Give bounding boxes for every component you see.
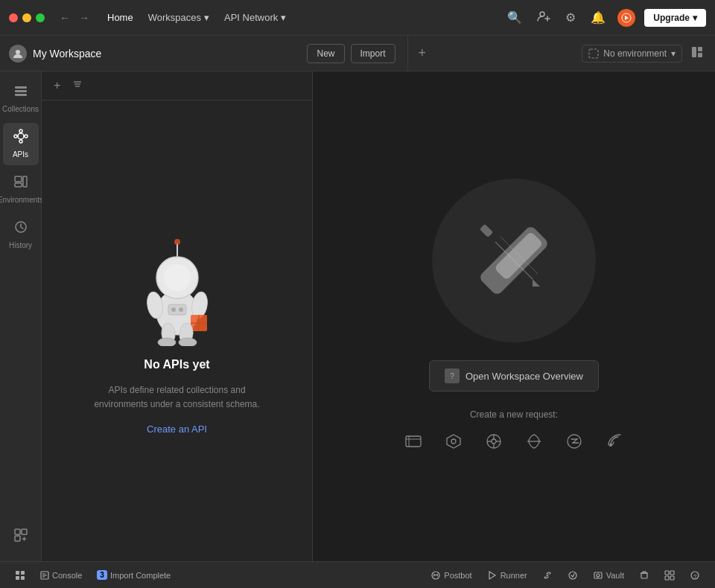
help-icon[interactable]: ? bbox=[684, 567, 706, 584]
close-traffic-light[interactable] bbox=[9, 13, 18, 22]
grid-bottom-icon[interactable] bbox=[658, 567, 681, 584]
upgrade-button[interactable]: Upgrade ▾ bbox=[644, 9, 706, 27]
svg-point-46 bbox=[179, 338, 197, 346]
open-workspace-overview-button[interactable]: ? Open Workspace Overview bbox=[429, 360, 599, 392]
add-tab-button[interactable]: + bbox=[414, 44, 431, 63]
new-request-label: Create a new request: bbox=[470, 409, 558, 420]
history-icon bbox=[13, 220, 28, 238]
svg-rect-70 bbox=[21, 571, 25, 575]
traffic-lights bbox=[9, 13, 45, 22]
svg-rect-91 bbox=[670, 571, 674, 575]
panel-header: + bbox=[42, 71, 312, 100]
collections-label: Collections bbox=[2, 105, 39, 114]
invite-icon[interactable] bbox=[534, 7, 553, 29]
svg-point-61 bbox=[492, 439, 496, 444]
workspaces-nav-item[interactable]: Workspaces ▾ bbox=[142, 9, 215, 26]
settings-icon[interactable]: ⚙ bbox=[562, 7, 579, 28]
panel-toggle-button[interactable] bbox=[688, 43, 706, 63]
svg-rect-8 bbox=[698, 53, 702, 57]
no-apis-title: No APIs yet bbox=[144, 358, 209, 371]
svg-point-37 bbox=[174, 239, 180, 245]
graphql-request-icon[interactable] bbox=[441, 429, 466, 454]
panel-add-button[interactable]: + bbox=[51, 77, 63, 94]
back-button[interactable]: ← bbox=[57, 10, 73, 25]
svg-rect-93 bbox=[670, 576, 674, 580]
runner-label: Runner bbox=[500, 571, 527, 580]
sidebar-bottom bbox=[3, 519, 39, 555]
panel-filter-button[interactable] bbox=[69, 77, 86, 94]
maximize-traffic-light[interactable] bbox=[36, 13, 45, 22]
import-complete-item[interactable]: 3 Import Complete bbox=[91, 567, 177, 583]
sidebar-item-environments[interactable]: Environments bbox=[3, 168, 39, 211]
home-nav-item[interactable]: Home bbox=[101, 9, 139, 26]
svg-point-0 bbox=[540, 12, 544, 16]
minimize-traffic-light[interactable] bbox=[22, 13, 31, 22]
api-network-chevron-icon: ▾ bbox=[281, 12, 286, 23]
vault-item[interactable]: Vault bbox=[587, 567, 630, 584]
search-icon[interactable]: 🔍 bbox=[504, 7, 525, 28]
collections-icon bbox=[13, 83, 28, 102]
svg-rect-69 bbox=[16, 571, 19, 575]
tab-bar: + No environment ▾ bbox=[407, 36, 706, 71]
svg-rect-47 bbox=[168, 304, 186, 315]
import-badge: 3 bbox=[97, 570, 107, 580]
runner-item[interactable]: Runner bbox=[481, 567, 533, 584]
create-api-link[interactable]: Create an API bbox=[147, 424, 207, 435]
sidebar-item-marketplace[interactable] bbox=[3, 522, 39, 552]
forward-button[interactable]: → bbox=[76, 10, 92, 25]
mqtt-request-icon[interactable] bbox=[602, 429, 627, 454]
svg-point-13 bbox=[19, 130, 22, 132]
svg-point-78 bbox=[433, 574, 435, 575]
astronaut-svg bbox=[125, 227, 229, 346]
apis-label: APIs bbox=[13, 150, 28, 159]
svg-rect-55 bbox=[406, 436, 421, 447]
titlebar: ← → Home Workspaces ▾ API Network ▾ 🔍 ⚙ … bbox=[0, 0, 715, 36]
sidebar-item-history[interactable]: History bbox=[3, 214, 39, 256]
upgrade-chevron-icon: ▾ bbox=[693, 13, 697, 23]
new-button[interactable]: New bbox=[307, 44, 344, 63]
http-request-icon[interactable] bbox=[401, 429, 426, 454]
workspace-info: My Workspace bbox=[9, 45, 301, 63]
svg-rect-23 bbox=[23, 176, 27, 187]
svg-point-83 bbox=[597, 574, 600, 577]
import-button[interactable]: Import bbox=[351, 44, 395, 63]
svg-rect-26 bbox=[22, 529, 27, 534]
trash-icon[interactable] bbox=[633, 567, 655, 584]
titlebar-right: 🔍 ⚙ 🔔 Upgrade ▾ bbox=[504, 7, 706, 29]
postbot-label: Postbot bbox=[444, 571, 471, 580]
open-workspace-label: Open Workspace Overview bbox=[465, 371, 583, 382]
bottom-grid-icon[interactable] bbox=[9, 567, 31, 584]
save-icon[interactable] bbox=[562, 567, 584, 584]
svg-rect-86 bbox=[641, 573, 647, 578]
socketio-request-icon[interactable] bbox=[562, 429, 587, 454]
workspace-avatar bbox=[9, 45, 27, 63]
upgrade-label: Upgrade bbox=[653, 13, 690, 23]
link-icon[interactable] bbox=[536, 567, 559, 584]
svg-rect-92 bbox=[665, 576, 669, 580]
console-item[interactable]: Console bbox=[34, 568, 88, 583]
nav-arrows: ← → bbox=[57, 10, 92, 25]
svg-point-16 bbox=[25, 135, 28, 138]
bottom-bar: Console 3 Import Complete Postbot Runner bbox=[0, 561, 715, 588]
panel-content: No APIs yet APIs define related collecti… bbox=[42, 100, 312, 561]
notifications-icon[interactable]: 🔔 bbox=[588, 7, 608, 28]
svg-rect-10 bbox=[15, 90, 27, 92]
workspace-bar: My Workspace New Import + No environment… bbox=[0, 36, 715, 71]
postbot-item[interactable]: Postbot bbox=[425, 567, 477, 584]
sidebar-item-apis[interactable]: APIs bbox=[3, 123, 39, 165]
environments-icon bbox=[13, 174, 28, 193]
workspaces-chevron-icon: ▾ bbox=[204, 12, 209, 23]
svg-point-81 bbox=[569, 572, 576, 579]
sidebar-item-collections[interactable]: Collections bbox=[3, 77, 39, 120]
svg-marker-58 bbox=[447, 435, 460, 448]
environment-selector[interactable]: No environment ▾ bbox=[582, 45, 682, 63]
svg-rect-7 bbox=[698, 47, 702, 51]
svg-point-4 bbox=[16, 50, 20, 54]
environment-chevron-icon: ▾ bbox=[671, 48, 676, 59]
console-label: Console bbox=[52, 571, 82, 580]
svg-rect-5 bbox=[589, 49, 598, 58]
api-network-nav-item[interactable]: API Network ▾ bbox=[218, 9, 292, 26]
grpc-request-icon[interactable] bbox=[481, 429, 506, 454]
websocket-request-icon[interactable] bbox=[521, 429, 547, 454]
svg-point-35 bbox=[164, 264, 191, 291]
